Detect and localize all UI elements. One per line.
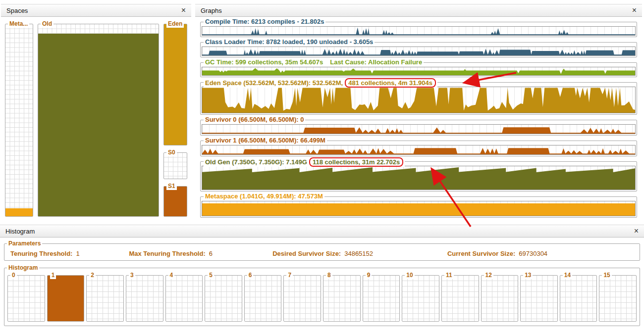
grid-pattern xyxy=(166,276,203,321)
graphs-content: Compile Time: 6213 compiles - 21.802sCla… xyxy=(195,17,642,222)
histogram-bin-label: 1 xyxy=(50,272,56,279)
graph-strip-survivor-1 xyxy=(202,145,636,155)
graph-area-eden-space xyxy=(202,87,635,113)
graph-strip-gc-time xyxy=(202,67,636,76)
grid-pattern xyxy=(284,276,321,321)
graph-row-classloader-time: Class Loader Time: 8782 loaded, 190 unlo… xyxy=(200,42,637,57)
histogram-bin-label: 9 xyxy=(366,272,372,279)
parameters-box: Parameters Tenuring Threshold:1Max Tenur… xyxy=(4,243,640,261)
histogram-bin-11: 11 xyxy=(441,275,479,322)
histogram-bin-2: 2 xyxy=(86,275,124,322)
metaspace-space-box: Meta... xyxy=(5,24,33,217)
graph-area-gc-time xyxy=(202,67,635,75)
histogram-bin-9: 9 xyxy=(363,275,400,322)
graph-title-text: Survivor 0 (66.500M, 66.500M): 0 xyxy=(205,116,304,123)
histogram-bin-label: 2 xyxy=(89,272,96,279)
histogram-bin-10: 10 xyxy=(402,275,439,322)
graph-title-old-gen: Old Gen (7.350G, 7.350G): 7.149G118 coll… xyxy=(204,157,405,167)
survivor1-space-box: S1 xyxy=(163,186,187,217)
histogram-legend: Histogram xyxy=(7,264,39,272)
grid-pattern xyxy=(245,276,281,321)
metaspace-space-label: Meta... xyxy=(8,20,29,28)
grid-pattern xyxy=(482,276,518,321)
parameter-item: Current Survivor Size:69730304 xyxy=(447,250,635,257)
histogram-bin-5: 5 xyxy=(205,275,242,322)
graph-title-text: Old Gen (7.350G, 7.350G): 7.149G xyxy=(205,158,307,166)
histogram-close-icon[interactable]: × xyxy=(634,227,639,235)
histogram-bin-3: 3 xyxy=(126,275,163,322)
graphs-titlebar: Graphs × xyxy=(195,4,642,17)
graph-area-metaspace xyxy=(202,201,635,216)
histogram-bin-label: 14 xyxy=(563,272,572,279)
histogram-bin-label: 5 xyxy=(208,272,214,279)
parameter-label: Current Survivor Size: xyxy=(447,250,515,257)
grid-pattern xyxy=(560,276,597,321)
parameters-legend: Parameters xyxy=(7,240,42,247)
spaces-titlebar: Spaces × xyxy=(1,4,191,17)
histogram-bin-15: 15 xyxy=(599,275,637,322)
histogram-bin-label: 8 xyxy=(326,272,332,279)
top-row: Spaces × Meta... Old Eden S0 xyxy=(0,0,644,222)
grid-pattern xyxy=(402,276,439,321)
histogram-bin-label: 0 xyxy=(10,272,17,279)
histogram-bin-7: 7 xyxy=(283,275,321,322)
graph-strip-classloader-time xyxy=(202,47,636,56)
graph-title-text: Eden Space (532.562M, 532.562M): 532.562… xyxy=(205,79,343,87)
histogram-bin-0: 0 xyxy=(7,275,45,322)
graph-title-text: Metaspace (1.041G, 49.914M): 47.573M xyxy=(205,192,323,200)
graphs-close-icon[interactable]: × xyxy=(632,6,637,14)
histogram-bin-4: 4 xyxy=(165,275,203,322)
grid-pattern xyxy=(8,276,45,321)
graph-title-survivor-1: Survivor 1 (66.500M, 66.500M): 66.499M xyxy=(204,137,327,144)
graph-area-survivor-0 xyxy=(202,125,635,134)
histogram-bin-12: 12 xyxy=(481,275,519,322)
survivor0-space-label: S0 xyxy=(166,149,177,156)
graphs-panel: Graphs × Compile Time: 6213 compiles - 2… xyxy=(195,4,642,222)
histogram-bin-8: 8 xyxy=(323,275,361,322)
graph-strip-survivor-0 xyxy=(202,124,636,134)
graph-row-old-gen: Old Gen (7.350G, 7.350G): 7.149G118 coll… xyxy=(200,161,637,191)
spaces-close-icon[interactable]: × xyxy=(181,6,186,14)
grid-pattern xyxy=(205,276,242,321)
metaspace-space-fill xyxy=(5,208,33,216)
annotation-red-box-eden-space: 481 collections, 4m 31.904s xyxy=(345,78,436,88)
graph-row-survivor-1: Survivor 1 (66.500M, 66.500M): 66.499M xyxy=(200,141,637,156)
grid-pattern xyxy=(442,276,479,321)
histogram-bin-label: 3 xyxy=(129,272,135,279)
histogram-box: Histogram 0123456789101112131415 xyxy=(4,268,640,326)
old-space-label: Old xyxy=(41,20,54,28)
graph-strip-compile-time xyxy=(202,26,636,36)
grid-pattern xyxy=(599,276,636,321)
histogram-bin-label: 4 xyxy=(168,272,175,279)
annotation-red-box-old-gen: 118 collections, 31m 22.702s xyxy=(309,157,403,167)
histogram-bin-13: 13 xyxy=(520,275,558,322)
graph-row-compile-time: Compile Time: 6213 compiles - 21.802s xyxy=(200,22,637,37)
graph-row-gc-time: GC Time: 599 collections, 35m 54.607sLas… xyxy=(200,62,637,77)
eden-space-fill xyxy=(164,24,187,145)
graph-title-eden-space: Eden Space (532.562M, 532.562M): 532.562… xyxy=(204,78,437,88)
graph-area-compile-time xyxy=(202,27,635,35)
histogram-bin-1: 1 xyxy=(47,275,85,322)
graph-row-survivor-0: Survivor 0 (66.500M, 66.500M): 0 xyxy=(200,120,637,136)
parameter-label: Max Tenuring Threshold: xyxy=(129,250,205,257)
histogram-bin-label: 6 xyxy=(247,272,254,279)
graph-title-metaspace: Metaspace (1.041G, 49.914M): 47.573M xyxy=(204,192,324,200)
histogram-bin-label: 13 xyxy=(523,272,533,279)
histogram-bin-label: 11 xyxy=(444,272,454,279)
graph-title-gc-time: GC Time: 599 collections, 35m 54.607sLas… xyxy=(204,58,424,66)
grid-pattern xyxy=(323,276,360,321)
parameter-item: Tenuring Threshold:1 xyxy=(10,250,129,257)
graph-title-survivor-0: Survivor 0 (66.500M, 66.500M): 0 xyxy=(204,116,305,123)
grid-pattern xyxy=(164,153,187,179)
graph-title-text: Survivor 1 (66.500M, 66.500M): 66.499M xyxy=(205,137,325,144)
histogram-bin-label: 15 xyxy=(602,272,611,279)
graph-strip-metaspace xyxy=(202,201,636,216)
graphs-title: Graphs xyxy=(201,7,222,14)
parameter-item: Desired Survivor Size:34865152 xyxy=(272,250,447,257)
graph-strip-eden-space xyxy=(202,87,636,113)
histogram-title: Histogram xyxy=(5,228,35,235)
graph-title-text: GC Time: 599 collections, 35m 54.607s xyxy=(205,58,323,66)
graph-row-metaspace: Metaspace (1.041G, 49.914M): 47.573M xyxy=(200,196,637,218)
grid-pattern xyxy=(5,24,33,216)
old-space-fill xyxy=(38,34,159,216)
